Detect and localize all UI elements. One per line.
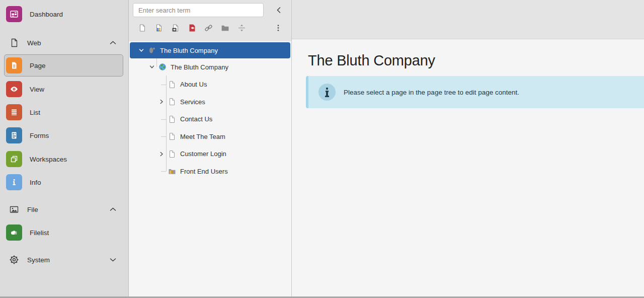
tree-node-label: Meet The Team: [180, 133, 225, 140]
sidebar-item-label: System: [27, 256, 50, 264]
new-page-mount-point-icon[interactable]: [204, 24, 213, 32]
new-page-shortcut-icon[interactable]: [171, 24, 180, 32]
page-doc-icon: [168, 150, 176, 158]
tree-node-root[interactable]: The Bluth Company: [130, 42, 290, 58]
system-icon: [9, 254, 20, 265]
list-icon: [6, 104, 22, 120]
sidebar-item-label: File: [27, 206, 38, 213]
page-doc-icon: [168, 98, 176, 106]
info-alert: Please select a page in the page tree to…: [306, 76, 644, 108]
tree-options-menu-icon[interactable]: [274, 24, 282, 32]
file-icon: [9, 204, 20, 215]
tree-node-page[interactable]: Meet The Team: [129, 128, 291, 145]
chevron-up-icon[interactable]: [110, 207, 116, 211]
sidebar-item-label: List: [30, 109, 40, 116]
tree-node-folder[interactable]: Front End Users: [129, 163, 291, 180]
tree-node-label: Front End Users: [180, 168, 228, 175]
chevron-right-icon[interactable]: [158, 98, 165, 105]
sidebar-item-system[interactable]: System: [0, 249, 128, 271]
tree-node-page[interactable]: About Us: [129, 76, 291, 94]
page-icon: [6, 57, 22, 73]
page-tree: The Bluth Company The Bluth Company Abou…: [129, 41, 291, 180]
sidebar-item-label: Web: [27, 39, 41, 47]
tree-node-site[interactable]: The Bluth Company: [129, 58, 291, 76]
info-circle-icon: [318, 84, 336, 101]
info-alert-text: Please select a page in the page tree to…: [344, 89, 519, 96]
tree-node-label: The Bluth Company: [160, 47, 218, 54]
typo3-logo-icon: [148, 46, 156, 54]
forms-icon: [6, 127, 22, 143]
chevron-down-icon[interactable]: [138, 47, 145, 54]
new-spacer-icon[interactable]: [237, 24, 246, 32]
page-doc-icon: [168, 81, 176, 89]
page-tree-toolbar: [129, 0, 291, 41]
tree-node-label: Customer Login: [180, 150, 226, 158]
page-doc-icon: [168, 115, 176, 123]
folder-users-icon: [168, 167, 176, 175]
sidebar-item-label: Dashboard: [30, 11, 63, 18]
sidebar-item-filelist[interactable]: Filelist: [0, 221, 128, 244]
info-icon: [6, 174, 22, 190]
view-icon: [6, 81, 22, 97]
chevron-down-icon[interactable]: [110, 258, 116, 262]
tree-node-label: Services: [180, 98, 205, 106]
tree-node-page[interactable]: Customer Login: [129, 145, 291, 163]
docheader: [292, 0, 644, 39]
tree-node-page[interactable]: Services: [129, 93, 291, 111]
content-area: The Bluth Company Please select a page i…: [292, 0, 644, 298]
sidebar-item-info[interactable]: Info: [0, 171, 128, 193]
tree-node-label: The Bluth Company: [171, 63, 228, 71]
sidebar-item-label: Workspaces: [30, 156, 67, 163]
sidebar-item-label: Filelist: [30, 229, 49, 237]
sidebar-item-view[interactable]: View: [0, 78, 128, 100]
sidebar-item-web[interactable]: Web: [0, 32, 128, 54]
page-doc-icon: [168, 132, 176, 140]
sidebar-item-file[interactable]: File: [0, 198, 128, 220]
tree-node-label: About Us: [180, 81, 207, 88]
chevron-down-icon[interactable]: [148, 63, 155, 70]
page-tree-panel: The Bluth Company The Bluth Company Abou…: [129, 0, 292, 298]
sidebar-item-label: Forms: [30, 132, 49, 139]
workspaces-icon: [6, 151, 22, 167]
new-page-icon[interactable]: [138, 24, 146, 32]
globe-icon: [158, 63, 167, 71]
module-sidebar: Dashboard Web Page View List Forms: [0, 0, 129, 298]
sidebar-item-workspaces[interactable]: Workspaces: [0, 148, 128, 170]
new-folder-icon[interactable]: [221, 24, 229, 32]
chevron-right-icon[interactable]: [158, 151, 165, 158]
collapse-tree-button[interactable]: [274, 5, 283, 15]
chevron-up-icon[interactable]: [110, 41, 116, 45]
sidebar-item-forms[interactable]: Forms: [0, 124, 128, 146]
module-body: The Bluth Company Please select a page i…: [292, 39, 644, 108]
chevron-left-icon: [276, 7, 281, 14]
sidebar-item-label: View: [30, 86, 44, 93]
sidebar-item-label: Page: [30, 62, 46, 69]
filelist-icon: [6, 225, 22, 241]
sidebar-item-list[interactable]: List: [0, 101, 128, 123]
sidebar-item-dashboard[interactable]: Dashboard: [0, 3, 128, 25]
sidebar-item-page[interactable]: Page: [0, 54, 128, 77]
page-title: The Bluth Company: [308, 52, 644, 69]
tree-node-page[interactable]: Contact Us: [129, 111, 291, 128]
new-page-external-link-icon[interactable]: [188, 24, 196, 32]
web-icon: [9, 37, 20, 48]
tree-node-label: Contact Us: [180, 115, 212, 123]
dashboard-icon: [6, 6, 22, 22]
search-input[interactable]: [133, 3, 264, 17]
sidebar-item-label: Info: [30, 179, 41, 186]
new-page-backend-user-section-icon[interactable]: [154, 24, 163, 32]
